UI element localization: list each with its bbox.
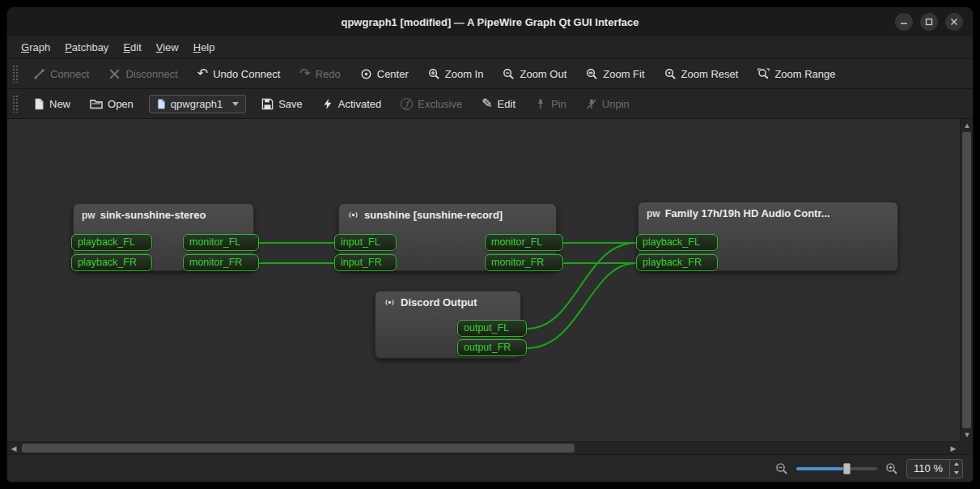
center-icon [360,68,372,80]
zoom-spin-down[interactable] [950,469,962,478]
vertical-scrollbar[interactable]: ▲ ▼ [960,119,973,441]
zoom-in-icon [885,462,898,475]
minimize-icon [900,18,908,26]
port-input[interactable]: playback_FR [636,254,718,271]
menu-graph[interactable]: Graph [14,36,57,58]
disconnect-icon [108,68,121,80]
app-window: qpwgraph1 [modified] — A PipeWire Graph … [6,6,974,483]
node-title: Discord Output [401,296,477,308]
port-input[interactable]: input_FL [334,234,397,251]
toolbar-patchbay: New Open qpwgraph1 Save Activated ƒ Excl… [7,89,973,119]
activated-icon [322,98,333,110]
port-output[interactable]: monitor_FR [485,254,563,271]
horizontal-scrollbar-thumb[interactable] [22,444,575,453]
node-title: sunshine [sunshine-record] [364,209,503,221]
open-button[interactable]: Open [81,94,142,114]
exclusive-button[interactable]: ƒ Exclusive [392,94,471,114]
connection-wire[interactable] [527,263,636,348]
speaker-icon [384,296,396,308]
scroll-down-arrow[interactable]: ▼ [961,428,974,441]
zoom-in-button[interactable]: Zoom In [419,64,493,84]
menubar: Graph Patchbay Edit View Help [7,36,973,59]
pipewire-icon: pw [647,208,660,219]
connect-icon [33,68,45,80]
zoom-slider-handle[interactable] [843,463,851,474]
zoom-out-icon [775,462,788,475]
zoom-value: 110 % [907,460,949,478]
redo-icon: ↷ [299,68,310,79]
undo-icon: ↶ [197,68,208,79]
toolbar-drag-handle[interactable] [12,65,18,83]
scroll-left-arrow[interactable]: ◀ [7,442,20,455]
edit-button[interactable]: ✎ Edit [473,94,524,114]
redo-button[interactable]: ↷ Redo [291,64,349,84]
undo-connect-button[interactable]: ↶ Undo Connect [189,64,290,84]
menu-view[interactable]: View [149,36,186,58]
close-icon [950,18,958,26]
port-input[interactable]: playback_FL [71,234,152,251]
new-file-icon [33,98,45,110]
scroll-up-arrow[interactable]: ▲ [961,119,974,132]
toolbar-graph: Connect Disconnect ↶ Undo Connect ↷ Redo… [7,59,973,89]
menu-help[interactable]: Help [186,36,223,58]
connection-wires [7,119,960,441]
zoom-spin-up[interactable] [950,460,962,469]
zoom-spinbox[interactable]: 110 % [906,459,963,478]
pipewire-icon: pw [82,210,95,221]
port-input[interactable]: playback_FR [71,254,152,271]
zoom-in-icon [428,68,440,80]
open-folder-icon [90,98,103,109]
scroll-right-arrow[interactable]: ▶ [947,442,960,455]
chevron-down-icon [232,102,239,106]
menu-edit[interactable]: Edit [116,36,148,58]
port-output[interactable]: output_FR [457,339,527,356]
new-button[interactable]: New [24,94,79,114]
pin-button[interactable]: Pin [526,94,575,114]
maximize-button[interactable] [920,13,938,31]
vertical-scrollbar-thumb[interactable] [962,132,971,428]
speaker-icon [347,209,359,221]
port-output[interactable]: monitor_FR [183,254,259,271]
horizontal-scrollbar[interactable]: ◀ ▶ [7,441,960,454]
zoom-range-icon [757,68,770,80]
graph-canvas[interactable]: pw sink-sunshine-stereo playback_FL play… [7,119,960,441]
toolbar-drag-handle[interactable] [12,95,18,113]
save-button[interactable]: Save [252,94,312,114]
node-title: sink-sunshine-stereo [100,209,206,221]
patchbay-file-icon [156,99,166,109]
window-title: qpwgraph1 [modified] — A PipeWire Graph … [7,16,973,28]
statusbar: 110 % [7,454,973,482]
port-output[interactable]: monitor_FL [485,234,563,251]
zoom-out-button[interactable]: Zoom Out [494,64,575,84]
close-button[interactable] [945,13,963,31]
zoom-fit-icon [586,68,598,80]
disconnect-button[interactable]: Disconnect [100,64,186,84]
pin-icon [535,98,546,110]
zoom-slider[interactable] [796,463,877,474]
connect-button[interactable]: Connect [24,64,98,84]
save-icon [261,98,274,110]
edit-icon: ✎ [482,98,492,109]
port-output[interactable]: monitor_FL [183,234,259,251]
port-output[interactable]: output_FL [457,320,527,337]
menu-patchbay[interactable]: Patchbay [57,36,116,58]
node-title: Family 17h/19h HD Audio Contr... [665,207,830,219]
port-input[interactable]: input_FR [334,254,397,271]
zoom-range-button[interactable]: Zoom Range [749,64,844,84]
zoom-reset-icon [664,68,677,80]
patchbay-profile-combo[interactable]: qpwgraph1 [149,95,246,113]
unpin-icon [586,98,597,110]
maximize-icon [925,18,933,26]
zoom-out-icon [503,68,515,80]
activated-button[interactable]: Activated [313,94,390,114]
titlebar[interactable]: qpwgraph1 [modified] — A PipeWire Graph … [7,7,973,36]
center-button[interactable]: Center [351,64,418,84]
unpin-button[interactable]: Unpin [577,94,638,114]
exclusive-icon: ƒ [401,98,413,110]
patchbay-profile-value: qpwgraph1 [171,98,223,110]
zoom-reset-button[interactable]: Zoom Reset [655,64,748,84]
zoom-fit-button[interactable]: Zoom Fit [577,64,653,84]
scrollbar-corner [960,441,973,454]
minimize-button[interactable] [895,13,913,31]
port-input[interactable]: playback_FL [636,234,718,251]
